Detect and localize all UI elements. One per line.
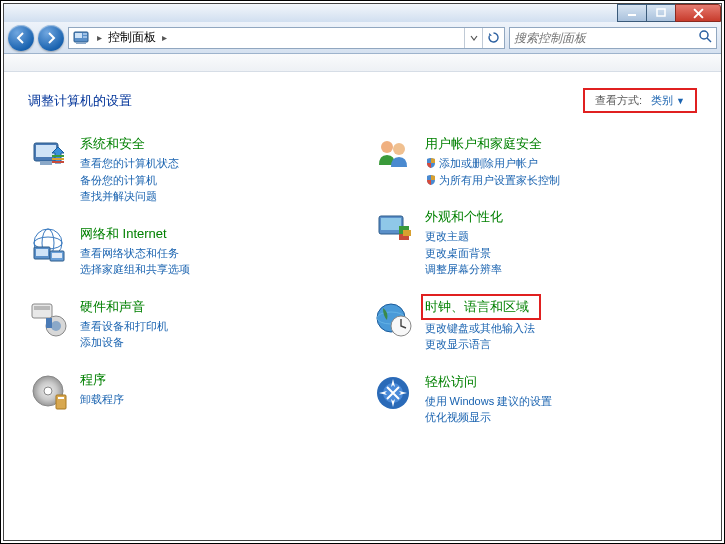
- category-title[interactable]: 硬件和声音: [80, 298, 145, 316]
- category-item: 程序卸载程序: [28, 371, 353, 411]
- category-item: 外观和个性化更改主题更改桌面背景调整屏幕分辨率: [373, 208, 698, 278]
- svg-rect-18: [36, 249, 48, 256]
- category-link[interactable]: 备份您的计算机: [80, 172, 353, 189]
- svg-rect-25: [46, 318, 52, 328]
- chevron-down-icon: ▼: [676, 96, 685, 106]
- category-title[interactable]: 系统和安全: [80, 135, 145, 153]
- address-bar[interactable]: ▸ 控制面板 ▸: [68, 27, 505, 49]
- category-link[interactable]: 更改主题: [425, 228, 698, 245]
- category-item: 轻松访问使用 Windows 建议的设置优化视频显示: [373, 373, 698, 426]
- appearance-icon: [373, 208, 413, 248]
- category-body: 程序卸载程序: [80, 371, 353, 411]
- content-area: 调整计算机的设置 查看方式: 类别 ▼ 系统和安全查看您的计算机状态备份您的计算…: [4, 72, 721, 540]
- back-button[interactable]: [8, 25, 34, 51]
- titlebar: [4, 4, 721, 22]
- system-icon: [28, 135, 68, 175]
- category-link[interactable]: 更改显示语言: [425, 336, 698, 353]
- category-body: 网络和 Internet查看网络状态和任务选择家庭组和共享选项: [80, 225, 353, 278]
- category-title[interactable]: 网络和 Internet: [80, 225, 167, 243]
- minimize-button[interactable]: [617, 4, 647, 22]
- category-item: 硬件和声音查看设备和打印机添加设备: [28, 298, 353, 351]
- svg-rect-0: [628, 14, 636, 16]
- svg-point-31: [393, 143, 405, 155]
- svg-rect-4: [83, 33, 87, 35]
- svg-point-7: [700, 31, 708, 39]
- category-link[interactable]: 优化视频显示: [425, 409, 698, 426]
- category-link[interactable]: 卸载程序: [80, 391, 353, 408]
- category-body: 用户帐户和家庭安全添加或删除用户帐户为所有用户设置家长控制: [425, 135, 698, 188]
- svg-point-24: [51, 321, 61, 331]
- category-item: 用户帐户和家庭安全添加或删除用户帐户为所有用户设置家长控制: [373, 135, 698, 188]
- search-icon[interactable]: [698, 29, 712, 46]
- svg-rect-13: [52, 161, 64, 163]
- view-by-label: 查看方式:: [595, 94, 642, 106]
- toolbar: [4, 54, 721, 72]
- category-item: 系统和安全查看您的计算机状态备份您的计算机查找并解决问题: [28, 135, 353, 205]
- category-body: 轻松访问使用 Windows 建议的设置优化视频显示: [425, 373, 698, 426]
- ease-icon: [373, 373, 413, 413]
- category-link[interactable]: 选择家庭组和共享选项: [80, 261, 353, 278]
- svg-rect-20: [52, 253, 62, 258]
- chevron-right-icon[interactable]: ▸: [158, 32, 171, 43]
- svg-rect-22: [34, 306, 50, 310]
- forward-button[interactable]: [38, 25, 64, 51]
- view-by-value: 类别: [651, 94, 673, 106]
- category-title[interactable]: 程序: [80, 371, 106, 389]
- search-box[interactable]: [509, 27, 717, 49]
- navbar: ▸ 控制面板 ▸: [4, 22, 721, 54]
- page-title: 调整计算机的设置: [28, 92, 132, 110]
- category-link[interactable]: 查看您的计算机状态: [80, 155, 353, 172]
- category-title[interactable]: 外观和个性化: [425, 208, 503, 226]
- svg-rect-11: [52, 155, 64, 157]
- svg-rect-6: [76, 42, 86, 44]
- svg-rect-10: [40, 161, 52, 165]
- control-panel-icon: [72, 29, 90, 47]
- category-link[interactable]: 查找并解决问题: [80, 188, 353, 205]
- category-title[interactable]: 轻松访问: [425, 373, 477, 391]
- clock-icon: [373, 298, 413, 338]
- svg-rect-33: [381, 218, 401, 230]
- chevron-right-icon[interactable]: ▸: [93, 32, 106, 43]
- category-link[interactable]: 添加设备: [80, 334, 353, 351]
- category-body: 外观和个性化更改主题更改桌面背景调整屏幕分辨率: [425, 208, 698, 278]
- category-link[interactable]: 查看设备和打印机: [80, 318, 353, 335]
- category-body: 时钟、语言和区域更改键盘或其他输入法更改显示语言: [425, 298, 698, 353]
- shield-icon: [425, 174, 437, 186]
- category-link[interactable]: 添加或删除用户帐户: [425, 155, 698, 172]
- address-dropdown-button[interactable]: [464, 28, 482, 48]
- programs-icon: [28, 371, 68, 411]
- hardware-icon: [28, 298, 68, 338]
- svg-rect-1: [657, 9, 665, 16]
- category-item: 时钟、语言和区域更改键盘或其他输入法更改显示语言: [373, 298, 698, 353]
- svg-rect-5: [83, 36, 87, 38]
- svg-point-27: [44, 387, 52, 395]
- svg-rect-29: [58, 397, 64, 399]
- category-link[interactable]: 更改键盘或其他输入法: [425, 320, 698, 337]
- category-link[interactable]: 查看网络状态和任务: [80, 245, 353, 262]
- category-body: 硬件和声音查看设备和打印机添加设备: [80, 298, 353, 351]
- category-link[interactable]: 使用 Windows 建议的设置: [425, 393, 698, 410]
- category-title[interactable]: 用户帐户和家庭安全: [425, 135, 542, 153]
- category-item: 网络和 Internet查看网络状态和任务选择家庭组和共享选项: [28, 225, 353, 278]
- breadcrumb-item[interactable]: 控制面板: [106, 29, 158, 46]
- svg-rect-12: [52, 158, 64, 160]
- close-button[interactable]: [675, 4, 721, 22]
- shield-icon: [425, 157, 437, 169]
- category-link[interactable]: 更改桌面背景: [425, 245, 698, 262]
- svg-point-30: [381, 141, 393, 153]
- network-icon: [28, 225, 68, 265]
- view-by-selector[interactable]: 查看方式: 类别 ▼: [583, 88, 697, 113]
- users-icon: [373, 135, 413, 175]
- svg-rect-36: [403, 230, 411, 236]
- category-title[interactable]: 时钟、语言和区域: [421, 294, 541, 320]
- control-panel-window: ▸ 控制面板 ▸ 调整计算机的设置 查看方式: 类别: [3, 3, 722, 541]
- search-input[interactable]: [514, 31, 698, 45]
- category-link[interactable]: 为所有用户设置家长控制: [425, 172, 698, 189]
- refresh-button[interactable]: [482, 28, 504, 48]
- category-body: 系统和安全查看您的计算机状态备份您的计算机查找并解决问题: [80, 135, 353, 205]
- category-link[interactable]: 调整屏幕分辨率: [425, 261, 698, 278]
- svg-rect-3: [75, 33, 82, 38]
- maximize-button[interactable]: [646, 4, 676, 22]
